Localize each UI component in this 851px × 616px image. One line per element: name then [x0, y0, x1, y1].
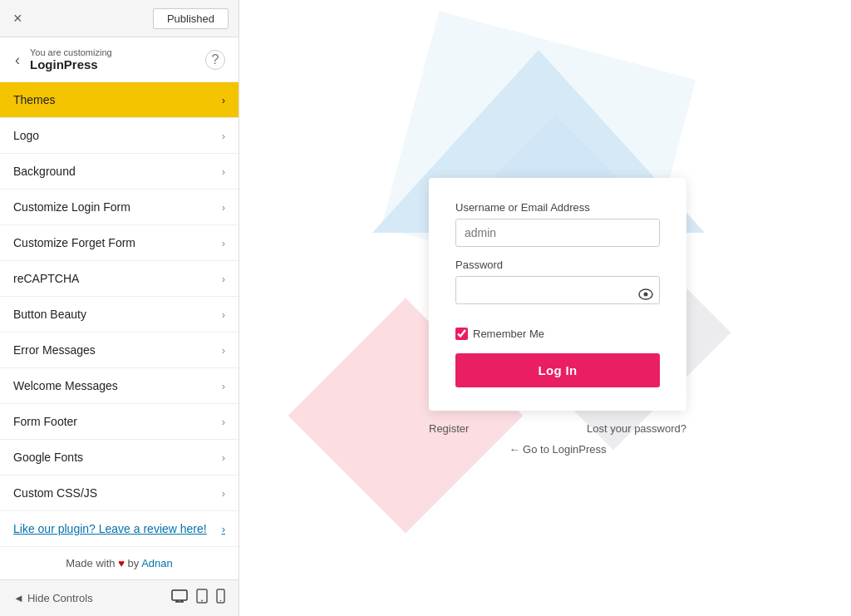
menu-item-label: Google Fonts: [13, 451, 222, 464]
publish-button[interactable]: Published: [153, 8, 229, 29]
chevron-right-icon: ›: [222, 344, 225, 357]
chevron-right-icon: ›: [222, 94, 225, 106]
preview-area: Username or Email Address Password Remem…: [239, 0, 851, 616]
menu-item-label: Error Messages: [13, 343, 222, 357]
customizing-label: You are customizing: [30, 47, 205, 57]
hide-controls-label: Hide Controls: [27, 592, 93, 604]
sidebar-footer: Made with ♥ by Adnan: [0, 546, 239, 579]
below-card-links: Register Lost your password?: [429, 422, 686, 435]
tablet-icon: [196, 589, 208, 604]
review-link[interactable]: Like our plugin? Leave a review here! ›: [0, 511, 239, 546]
chevron-right-icon: ›: [222, 308, 225, 321]
chevron-right-icon: ›: [222, 451, 225, 464]
device-icons: [171, 589, 225, 608]
menu-item-label: Form Footer: [13, 415, 222, 428]
chevron-right-icon: ›: [222, 416, 225, 428]
mobile-view-button[interactable]: [216, 589, 225, 608]
toggle-password-button[interactable]: [638, 288, 653, 303]
chevron-right-icon: ›: [222, 273, 225, 285]
menu-item-label: reCAPTCHA: [13, 272, 222, 285]
close-button[interactable]: ×: [10, 7, 26, 29]
username-input[interactable]: [455, 219, 660, 247]
menu-item-recaptcha[interactable]: reCAPTCHA ›: [0, 261, 239, 297]
menu-item-label: Themes: [13, 93, 222, 106]
menu-item-google-fonts[interactable]: Google Fonts ›: [0, 440, 239, 476]
svg-rect-0: [172, 590, 187, 600]
sidebar: × Published ‹ You are customizing LoginP…: [0, 0, 239, 616]
remember-me-checkbox[interactable]: [455, 328, 468, 340]
author-link[interactable]: Adnan: [141, 557, 173, 569]
remember-me-label: Remember Me: [473, 328, 544, 340]
login-card: Username or Email Address Password Remem…: [429, 178, 686, 411]
go-back-section: ← Go to LoginPress: [509, 443, 606, 456]
customizing-header: ‹ You are customizing LoginPress ?: [0, 37, 239, 82]
back-button[interactable]: ‹: [13, 51, 22, 69]
chevron-right-icon: ›: [222, 380, 225, 392]
register-link[interactable]: Register: [429, 422, 469, 435]
username-label: Username or Email Address: [455, 201, 660, 214]
hide-controls-button[interactable]: ◄ Hide Controls: [13, 592, 93, 604]
customizing-name: LoginPress: [30, 57, 205, 71]
password-input[interactable]: [455, 276, 660, 304]
heart-icon: ♥: [118, 557, 125, 569]
menu-item-custom-css-js[interactable]: Custom CSS/JS ›: [0, 476, 239, 511]
password-wrapper: [455, 276, 660, 316]
chevron-right-icon: ›: [222, 130, 225, 142]
menu-item-themes[interactable]: Themes ›: [0, 82, 239, 118]
menu-list: Themes › Logo › Background › Customize L…: [0, 82, 239, 546]
chevron-right-icon: ›: [222, 523, 225, 535]
mobile-icon: [216, 589, 225, 604]
menu-item-logo[interactable]: Logo ›: [0, 118, 239, 154]
login-button[interactable]: Log In: [455, 353, 660, 387]
menu-item-background[interactable]: Background ›: [0, 154, 239, 190]
menu-item-label: Customize Login Form: [13, 200, 222, 214]
customizing-text: You are customizing LoginPress: [30, 47, 205, 71]
password-label: Password: [455, 259, 660, 271]
menu-item-button-beauty[interactable]: Button Beauty ›: [0, 297, 239, 333]
hide-icon: ◄: [13, 592, 24, 604]
footer-by: by: [127, 557, 139, 569]
chevron-right-icon: ›: [222, 165, 225, 178]
menu-item-error-messages[interactable]: Error Messages ›: [0, 333, 239, 368]
go-back-link[interactable]: ← Go to LoginPress: [509, 443, 606, 456]
menu-item-label: Button Beauty: [13, 308, 222, 321]
help-button[interactable]: ?: [205, 50, 225, 70]
menu-item-label: Background: [13, 165, 222, 178]
review-link-label: Like our plugin? Leave a review here!: [13, 522, 222, 535]
chevron-right-icon: ›: [222, 487, 225, 500]
desktop-icon: [171, 589, 188, 603]
menu-item-label: Logo: [13, 129, 222, 142]
close-icon: ×: [13, 10, 22, 27]
bottom-controls: ◄ Hide Controls: [0, 579, 239, 616]
menu-item-form-footer[interactable]: Form Footer ›: [0, 404, 239, 440]
top-bar: × Published: [0, 0, 239, 37]
menu-item-customize-forget-form[interactable]: Customize Forget Form ›: [0, 225, 239, 261]
chevron-right-icon: ›: [222, 201, 225, 214]
menu-item-customize-login-form[interactable]: Customize Login Form ›: [0, 190, 239, 225]
svg-point-5: [201, 600, 203, 602]
menu-item-label: Custom CSS/JS: [13, 486, 222, 500]
chevron-right-icon: ›: [222, 237, 225, 249]
desktop-view-button[interactable]: [171, 589, 188, 608]
remember-row: Remember Me: [455, 328, 660, 340]
menu-item-welcome-messages[interactable]: Welcome Messages ›: [0, 368, 239, 404]
tablet-view-button[interactable]: [196, 589, 208, 608]
eye-icon: [638, 288, 653, 300]
svg-point-14: [644, 292, 648, 296]
menu-item-label: Welcome Messages: [13, 379, 222, 392]
footer-text: Made with: [66, 557, 115, 569]
menu-item-label: Customize Forget Form: [13, 236, 222, 249]
svg-point-7: [220, 600, 222, 602]
lost-password-link[interactable]: Lost your password?: [587, 422, 686, 435]
